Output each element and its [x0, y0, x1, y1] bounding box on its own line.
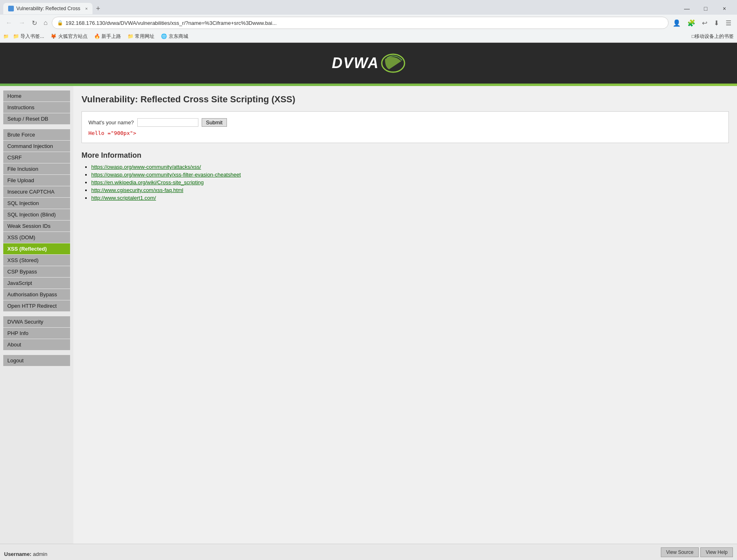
bookmarks-bar: 📁 📁 导入书签... 🦊 火狐官方站点 🔥 新手上路 📁 常用网址 🌐 京东商…	[0, 31, 737, 42]
bookmark-import-label: 📁 导入书签...	[13, 33, 44, 40]
sidebar-item-command-injection[interactable]: Command Injection	[3, 141, 70, 152]
forward-button[interactable]: →	[16, 18, 28, 28]
sidebar-item-file-upload[interactable]: File Upload	[3, 175, 70, 186]
sidebar-item-sql-injection[interactable]: SQL Injection	[3, 198, 70, 209]
bookmarks-right: □移动设备上的书签	[692, 33, 734, 40]
list-item: https://en.wikipedia.org/wiki/Cross-site…	[91, 179, 729, 185]
sidebar-item-php-info[interactable]: PHP Info	[3, 328, 70, 339]
more-info-title: More Information	[81, 151, 729, 160]
sidebar-item-logout[interactable]: Logout	[3, 355, 70, 366]
home-button[interactable]: ⌂	[41, 18, 50, 28]
sidebar-item-brute-force[interactable]: Brute Force	[3, 129, 70, 140]
menu-button[interactable]: ☰	[723, 18, 734, 29]
maximize-button[interactable]: □	[696, 2, 715, 15]
browser-chrome: Vulnerability: Reflected Cross × + — □ ×…	[0, 0, 737, 43]
list-item: http://www.scriptalert1.com/	[91, 195, 729, 201]
more-info-link-5[interactable]: http://www.scriptalert1.com/	[91, 195, 156, 201]
lock-icon: 🔒	[57, 20, 63, 26]
sidebar-item-home[interactable]: Home	[3, 90, 70, 101]
view-source-button[interactable]: View Source	[661, 547, 699, 557]
xss-form: What's your name? Submit	[88, 118, 722, 127]
bookmark-firefox[interactable]: 🦊 火狐官方站点	[48, 32, 90, 41]
main-layout: Home Instructions Setup / Reset DB Brute…	[0, 86, 737, 544]
dvwa-header: DVWA	[0, 43, 737, 84]
minimize-button[interactable]: —	[678, 2, 696, 15]
tab-favicon	[8, 6, 14, 11]
tab-bar: Vulnerability: Reflected Cross × + — □ ×	[0, 0, 737, 15]
sidebar-item-setup-reset-db[interactable]: Setup / Reset DB	[3, 113, 70, 124]
sidebar-item-xss-reflected[interactable]: XSS (Reflected)	[3, 243, 70, 254]
xss-form-box: What's your name? Submit Hello ="900px">	[81, 111, 729, 143]
list-item: http://www.cgisecurity.com/xss-faq.html	[91, 187, 729, 193]
user-account-button[interactable]: 👤	[670, 18, 683, 29]
back-button[interactable]: ←	[3, 18, 15, 28]
xss-output: Hello ="900px">	[88, 130, 722, 136]
more-info-list: https://owasp.org/www-community/attacks/…	[81, 164, 729, 201]
more-info-link-4[interactable]: http://www.cgisecurity.com/xss-faq.html	[91, 187, 183, 193]
sidebar-item-csp-bypass[interactable]: CSP Bypass	[3, 266, 70, 277]
more-info-link-1[interactable]: https://owasp.org/www-community/attacks/…	[91, 164, 201, 170]
address-input[interactable]	[66, 20, 663, 26]
bookmark-jd[interactable]: 🌐 京东商城	[158, 32, 190, 41]
bookmark-common-label: 📁 常用网址	[128, 33, 154, 40]
dvwa-logo-text: DVWA	[332, 55, 379, 72]
username-label: Username: admin	[4, 551, 47, 557]
name-input[interactable]	[137, 118, 198, 127]
sidebar-item-xss-dom[interactable]: XSS (DOM)	[3, 232, 70, 243]
view-help-button[interactable]: View Help	[700, 547, 733, 557]
sidebar-item-sql-injection-blind[interactable]: SQL Injection (Blind)	[3, 209, 70, 220]
extensions-button[interactable]: 🧩	[685, 18, 698, 29]
bookmark-newuser[interactable]: 🔥 新手上路	[92, 32, 123, 41]
content-area: Vulnerability: Reflected Cross Site Scri…	[73, 86, 737, 544]
sidebar-item-open-http-redirect[interactable]: Open HTTP Redirect	[3, 300, 70, 311]
footer-buttons: View Source View Help	[661, 547, 733, 557]
list-item: https://owasp.org/www-community/attacks/…	[91, 164, 729, 170]
bookmark-common[interactable]: 📁 常用网址	[125, 32, 157, 41]
sidebar-item-authorisation-bypass[interactable]: Authorisation Bypass	[3, 289, 70, 300]
window-controls: — □ ×	[678, 2, 734, 15]
bookmark-firefox-label: 🦊 火狐官方站点	[51, 33, 87, 40]
active-tab[interactable]: Vulnerability: Reflected Cross ×	[3, 3, 92, 14]
sidebar-item-csrf[interactable]: CSRF	[3, 152, 70, 163]
sidebar-item-file-inclusion[interactable]: File Inclusion	[3, 163, 70, 174]
history-back-button[interactable]: ↩	[700, 18, 710, 29]
download-button[interactable]: ⬇	[711, 18, 722, 29]
name-label: What's your name?	[88, 119, 134, 126]
sidebar-item-insecure-captcha[interactable]: Insecure CAPTCHA	[3, 186, 70, 197]
page-title: Vulnerability: Reflected Cross Site Scri…	[81, 94, 729, 105]
tab-close-button[interactable]: ×	[85, 6, 88, 11]
address-bar[interactable]: 🔒	[52, 17, 669, 29]
close-button[interactable]: ×	[715, 2, 734, 15]
nav-actions: 👤 🧩 ↩ ⬇ ☰	[670, 18, 734, 29]
bookmark-import[interactable]: 📁 导入书签...	[11, 32, 46, 41]
refresh-button[interactable]: ↻	[29, 18, 40, 29]
sidebar-item-instructions[interactable]: Instructions	[3, 102, 70, 113]
submit-button[interactable]: Submit	[202, 118, 227, 127]
sidebar: Home Instructions Setup / Reset DB Brute…	[0, 86, 73, 544]
sidebar-item-weak-session-ids[interactable]: Weak Session IDs	[3, 220, 70, 231]
bookmarks-label: 📁	[3, 34, 9, 39]
sidebar-item-javascript[interactable]: JavaScript	[3, 278, 70, 289]
more-info-link-2[interactable]: https://owasp.org/www-community/xss-filt…	[91, 172, 241, 178]
footer-area: Username: admin View Source View Help	[0, 544, 737, 560]
list-item: https://owasp.org/www-community/xss-filt…	[91, 172, 729, 178]
tab-title: Vulnerability: Reflected Cross	[16, 6, 80, 11]
new-tab-button[interactable]: +	[92, 4, 103, 13]
username-key: Username:	[4, 551, 31, 557]
sidebar-item-xss-stored[interactable]: XSS (Stored)	[3, 255, 70, 266]
navigation-bar: ← → ↻ ⌂ 🔒 👤 🧩 ↩ ⬇ ☰	[0, 15, 737, 31]
more-info-link-3[interactable]: https://en.wikipedia.org/wiki/Cross-site…	[91, 179, 204, 185]
sidebar-item-about[interactable]: About	[3, 339, 70, 350]
dvwa-logo-swoosh	[381, 53, 405, 73]
username-value: admin	[33, 551, 47, 557]
dvwa-logo: DVWA	[332, 53, 405, 73]
bookmark-newuser-label: 🔥 新手上路	[94, 33, 121, 40]
bookmark-jd-label: 🌐 京东商城	[161, 33, 188, 40]
page-content: DVWA Home Instructions Setup / Reset DB …	[0, 43, 737, 560]
sidebar-item-dvwa-security[interactable]: DVWA Security	[3, 316, 70, 327]
